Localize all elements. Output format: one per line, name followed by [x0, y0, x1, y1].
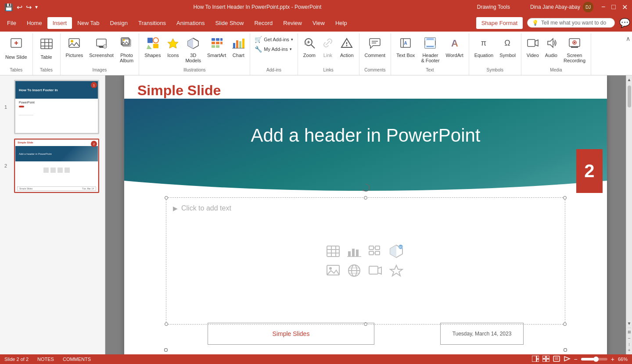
menu-record[interactable]: Record: [249, 17, 278, 29]
slide-1-thumbnail[interactable]: How To Insert Footer In PowerPoint _____…: [14, 80, 99, 134]
text-group-label: Text: [426, 67, 434, 73]
chat-icon[interactable]: 💬: [619, 18, 630, 28]
icons-button[interactable]: Icons: [164, 35, 182, 60]
handle-bl[interactable]: [165, 322, 168, 326]
zoom-in-button[interactable]: +: [628, 347, 630, 353]
audio-button[interactable]: Audio: [542, 35, 560, 60]
quick-access-toolbar: 💾 ↩ ↪ ▾: [4, 3, 38, 11]
save-icon[interactable]: 💾: [4, 3, 13, 11]
photo-album-button[interactable]: PhotoAlbum: [117, 35, 136, 65]
footer-left-handle-br[interactable]: [164, 348, 168, 352]
scroll-down-button[interactable]: ▼: [626, 319, 632, 328]
menu-transitions[interactable]: Transitions: [133, 17, 171, 29]
content-placeholder[interactable]: ▶ Click to add text 3D: [166, 197, 565, 325]
reading-view-button[interactable]: [553, 356, 560, 363]
menu-home[interactable]: Home: [22, 17, 47, 29]
menu-new-tab[interactable]: New Tab: [72, 17, 104, 29]
menu-insert[interactable]: Insert: [47, 17, 72, 29]
menu-slideshow[interactable]: Slide Show: [210, 17, 249, 29]
close-button[interactable]: ✕: [622, 3, 628, 11]
undo-icon[interactable]: ↩: [17, 3, 22, 11]
comments-button[interactable]: COMMENTS: [63, 357, 91, 362]
new-slide-button[interactable]: New Slide: [3, 35, 30, 61]
rotate-handle-content[interactable]: [361, 183, 370, 194]
handle-tm[interactable]: [364, 196, 367, 200]
screenshot-button[interactable]: + Screenshot: [86, 35, 116, 60]
insert-table-icon[interactable]: [325, 243, 341, 259]
footer-right-handle-br[interactable]: [564, 348, 567, 352]
smartart-button[interactable]: SmartArt: [205, 35, 229, 60]
slideshow-button[interactable]: [564, 356, 571, 363]
get-addins-button[interactable]: 🛒 Get Add-ins ▾: [253, 35, 294, 44]
link-button[interactable]: Link: [319, 35, 337, 60]
screen-recording-label: ScreenRecording: [564, 53, 585, 63]
zoom-in-status-button[interactable]: +: [611, 356, 614, 363]
models-3d-button[interactable]: 3DModels: [183, 35, 203, 65]
slide-canvas[interactable]: Simple Slide Add a header in PowerPoint …: [124, 75, 607, 354]
slide-sorter-button[interactable]: [542, 356, 549, 363]
redo-icon[interactable]: ↪: [26, 3, 32, 11]
zoom-percentage[interactable]: 66%: [618, 357, 628, 362]
insert-smartart-icon[interactable]: [367, 243, 383, 259]
handle-br[interactable]: [563, 322, 567, 326]
zoom-out-status-button[interactable]: −: [574, 356, 578, 363]
comment-button[interactable]: Comment: [362, 35, 388, 60]
footer-right-box[interactable]: Tuesday, March 14, 2023: [440, 323, 524, 345]
handle-tr[interactable]: [563, 196, 567, 200]
zoom-out-button[interactable]: −: [628, 335, 630, 341]
minimize-button[interactable]: −: [601, 3, 605, 11]
wordart-button[interactable]: A WordArt: [443, 35, 466, 60]
insert-picture-icon[interactable]: [325, 263, 341, 278]
ribbon-collapse-button[interactable]: ∧: [624, 33, 632, 44]
screen-recording-button[interactable]: ScreenRecording: [561, 35, 588, 65]
insert-icon-icon[interactable]: [388, 263, 404, 278]
menu-animations[interactable]: Animations: [171, 17, 210, 29]
svg-point-67: [574, 42, 575, 43]
action-button[interactable]: Action: [338, 35, 356, 60]
pictures-button[interactable]: Pictures: [63, 35, 86, 60]
equation-button[interactable]: π Equation: [472, 35, 496, 60]
textbox-button[interactable]: A Text Box: [394, 35, 417, 60]
symbol-button[interactable]: Ω Symbol: [497, 35, 518, 60]
svg-rect-62: [528, 39, 535, 46]
video-button[interactable]: Video: [524, 35, 542, 60]
menu-view[interactable]: View: [307, 17, 330, 29]
fit-slide-button[interactable]: ⊠: [628, 330, 631, 334]
scroll-up-button[interactable]: ▲: [626, 75, 632, 84]
notes-button[interactable]: NOTES: [37, 357, 54, 362]
table-button[interactable]: Table: [36, 35, 57, 61]
zoom-icon: [303, 37, 316, 52]
table-label: Table: [40, 54, 52, 60]
insert-3d-model-icon[interactable]: 3D: [388, 243, 404, 259]
insert-chart-icon[interactable]: [346, 243, 362, 259]
footer-left-box[interactable]: Simple Slides: [208, 323, 374, 345]
chart-button[interactable]: Chart: [230, 35, 247, 60]
slide-2-badge: 2: [91, 141, 97, 147]
ribbon-group-symbols: π Equation Ω Symbol Symbols: [469, 33, 521, 75]
zoom-button[interactable]: Zoom: [301, 35, 318, 60]
shapes-icon: [147, 37, 159, 52]
slide-2-thumbnail[interactable]: Simple Slide Add a header in PowerPoint: [14, 139, 99, 193]
menu-file[interactable]: File: [2, 17, 22, 29]
insert-video-icon[interactable]: [367, 263, 383, 278]
menu-design[interactable]: Design: [105, 17, 133, 29]
insert-online-picture-icon[interactable]: [346, 263, 362, 278]
normal-view-button[interactable]: [532, 356, 539, 363]
zoom-slider[interactable]: [581, 358, 607, 360]
scroll-thumb[interactable]: [628, 86, 631, 107]
screen-recording-icon: [568, 37, 581, 52]
handle-tl[interactable]: [165, 196, 168, 200]
header-footer-button[interactable]: Header& Footer: [418, 35, 442, 65]
photo-album-icon: [121, 37, 133, 52]
menu-help[interactable]: Help: [330, 17, 352, 29]
screenshot-label: Screenshot: [89, 53, 114, 58]
my-addins-chevron: ▾: [290, 47, 292, 51]
menu-shape-format[interactable]: Shape Format: [476, 17, 523, 29]
menu-review[interactable]: Review: [278, 17, 307, 29]
maximize-button[interactable]: □: [611, 3, 616, 11]
tell-me-bar[interactable]: 💡 Tell me what you want to do: [527, 18, 615, 28]
shapes-button[interactable]: Shapes: [142, 35, 163, 60]
vertical-scrollbar[interactable]: ▲ ▼ ⊠ − | +: [626, 75, 632, 354]
zoom-slider-thumb[interactable]: [593, 357, 599, 362]
my-addins-button[interactable]: 🔧 My Add-ins ▾: [253, 45, 294, 54]
